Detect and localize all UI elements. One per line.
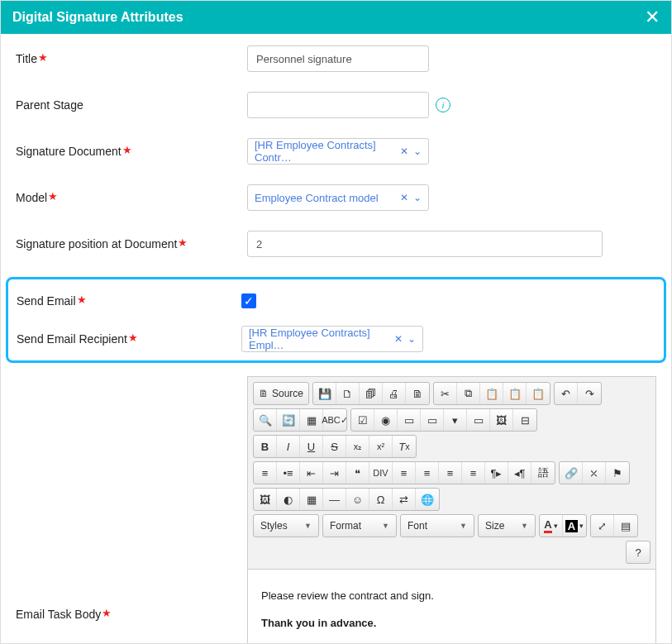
- paste-text-icon[interactable]: 📋: [503, 383, 527, 404]
- align-left-icon[interactable]: ≡: [393, 462, 416, 484]
- language-icon[interactable]: 語: [531, 462, 555, 484]
- iframe-icon[interactable]: 🌐: [416, 489, 439, 510]
- remove-format-icon[interactable]: Tx: [393, 436, 416, 457]
- font-dropdown[interactable]: Font▼: [400, 514, 474, 537]
- save-icon[interactable]: 💾: [313, 383, 336, 404]
- model-select[interactable]: Employee Contract model ✕ ⌄: [247, 184, 429, 211]
- spellcheck-icon[interactable]: ABC✓: [323, 409, 346, 431]
- table-icon[interactable]: ▦: [300, 489, 323, 510]
- italic-icon[interactable]: I: [277, 436, 300, 457]
- row-model: Model★ Employee Contract model ✕ ⌄: [16, 184, 656, 211]
- cut-icon[interactable]: ✂: [434, 383, 457, 404]
- form-checkbox-icon[interactable]: ☑: [351, 409, 374, 431]
- paste-icon[interactable]: 📋: [480, 383, 503, 404]
- subscript-icon[interactable]: x₂: [346, 436, 369, 457]
- required-star: ★: [178, 236, 188, 249]
- required-star: ★: [38, 51, 48, 64]
- undo-icon[interactable]: ↶: [555, 383, 578, 404]
- form-select-icon[interactable]: ▾: [444, 409, 467, 431]
- unlink-icon[interactable]: ⤫: [583, 462, 606, 484]
- form-button-icon[interactable]: ▭: [467, 409, 490, 431]
- new-page-icon[interactable]: 🗋: [336, 383, 360, 404]
- text-color-button[interactable]: A▾: [540, 515, 563, 537]
- align-justify-icon[interactable]: ≡: [462, 462, 485, 484]
- image-icon[interactable]: 🖼: [254, 489, 277, 510]
- maximize-icon[interactable]: ⤢: [591, 515, 614, 537]
- hr-icon[interactable]: ―: [323, 489, 346, 510]
- form-textarea-icon[interactable]: ▭: [421, 409, 444, 431]
- div-icon[interactable]: DIV: [369, 462, 393, 484]
- row-parent-stage: Parent Stage i: [16, 92, 656, 118]
- ltr-icon[interactable]: ¶▸: [485, 462, 508, 484]
- anchor-icon[interactable]: ⚑: [606, 462, 629, 484]
- preview-icon[interactable]: 🗐: [360, 383, 383, 404]
- align-right-icon[interactable]: ≡: [439, 462, 462, 484]
- paste-word-icon[interactable]: 📋: [527, 383, 550, 404]
- send-email-checkbox[interactable]: ✓: [241, 293, 256, 308]
- styles-dropdown[interactable]: Styles▼: [253, 514, 319, 537]
- chevron-down-icon[interactable]: ⌄: [413, 145, 422, 157]
- link-icon[interactable]: 🔗: [560, 462, 583, 484]
- label-signature-document: Signature Document★: [16, 145, 247, 158]
- form-textfield-icon[interactable]: ▭: [398, 409, 421, 431]
- source-button[interactable]: 🗎 Source: [254, 383, 308, 404]
- redo-icon[interactable]: ↷: [578, 383, 601, 404]
- format-dropdown[interactable]: Format▼: [322, 514, 397, 537]
- label-sigdoc-text: Signature Document: [16, 145, 122, 158]
- clear-icon[interactable]: ✕: [400, 192, 408, 203]
- send-email-recipient-select[interactable]: [HR Employee Contracts] Empl… ✕ ⌄: [241, 326, 423, 352]
- row-title: Title★: [16, 45, 656, 72]
- close-icon[interactable]: ✕: [645, 7, 660, 28]
- strike-icon[interactable]: S: [323, 436, 346, 457]
- outdent-icon[interactable]: ⇤: [300, 462, 323, 484]
- rtl-icon[interactable]: ◂¶: [508, 462, 531, 484]
- templates-icon[interactable]: 🗎: [406, 383, 429, 404]
- align-center-icon[interactable]: ≡: [416, 462, 439, 484]
- find-icon[interactable]: 🔍: [254, 409, 277, 431]
- model-value: Employee Contract model: [255, 192, 379, 204]
- replace-icon[interactable]: 🔄: [277, 409, 300, 431]
- form-image-icon[interactable]: 🖼: [490, 409, 513, 431]
- smiley-icon[interactable]: ☺: [346, 489, 369, 510]
- sig-position-input[interactable]: [247, 231, 603, 257]
- label-title-text: Title: [16, 52, 37, 65]
- required-star: ★: [48, 190, 58, 203]
- bg-color-button[interactable]: A▾: [563, 515, 586, 537]
- print-icon[interactable]: 🖨: [383, 383, 406, 404]
- indent-icon[interactable]: ⇥: [323, 462, 346, 484]
- numbered-list-icon[interactable]: ≡: [254, 462, 277, 484]
- size-dropdown[interactable]: Size▼: [478, 514, 536, 537]
- bold-icon[interactable]: B: [254, 436, 277, 457]
- selectall-icon[interactable]: ▦: [300, 409, 323, 431]
- copy-icon[interactable]: ⧉: [457, 383, 480, 404]
- flash-icon[interactable]: ◐: [277, 489, 300, 510]
- chevron-down-icon[interactable]: ⌄: [407, 333, 416, 345]
- underline-icon[interactable]: U: [300, 436, 323, 457]
- format-label: Format: [330, 520, 361, 532]
- label-sig-position: Signature position at Document★: [16, 237, 247, 250]
- form-hidden-icon[interactable]: ⊟: [513, 409, 536, 431]
- row-send-email: Send Email★ ✓: [17, 288, 655, 314]
- superscript-icon[interactable]: x²: [369, 436, 393, 457]
- font-label: Font: [407, 520, 427, 532]
- clear-icon[interactable]: ✕: [394, 333, 403, 345]
- chevron-down-icon[interactable]: ⌄: [413, 192, 422, 203]
- show-blocks-icon[interactable]: ▤: [614, 515, 637, 537]
- rte-content-area[interactable]: Please review the contract and sign. Tha…: [248, 570, 655, 643]
- specialchar-icon[interactable]: Ω: [369, 489, 393, 510]
- signature-document-select[interactable]: [HR Employee Contracts] Contr… ✕ ⌄: [247, 138, 429, 165]
- blockquote-icon[interactable]: ❝: [346, 462, 369, 484]
- label-email-body-text: Email Task Body: [16, 608, 101, 621]
- form-radio-icon[interactable]: ◉: [374, 409, 398, 431]
- title-input[interactable]: [247, 45, 429, 72]
- pagebreak-icon[interactable]: ⇄: [393, 489, 416, 510]
- required-star: ★: [102, 607, 112, 619]
- bullet-list-icon[interactable]: •≡: [277, 462, 300, 484]
- info-icon[interactable]: i: [436, 98, 450, 112]
- help-button[interactable]: ?: [627, 541, 650, 563]
- label-model: Model★: [16, 191, 247, 204]
- parent-stage-input[interactable]: [247, 92, 429, 118]
- rte-toolbar: 🗎 Source 💾 🗋 🗐 🖨 🗎 ✂: [248, 377, 655, 570]
- dialog-titlebar: Digital Signature Attributes ✕: [1, 1, 671, 34]
- clear-icon[interactable]: ✕: [400, 145, 408, 157]
